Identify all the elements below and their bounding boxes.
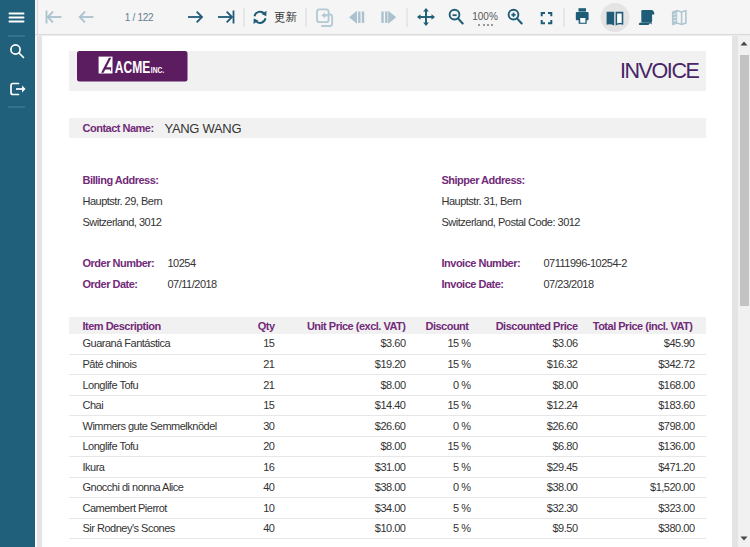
svg-text:ACME: ACME: [114, 59, 150, 76]
svg-text:INC.: INC.: [150, 64, 164, 75]
